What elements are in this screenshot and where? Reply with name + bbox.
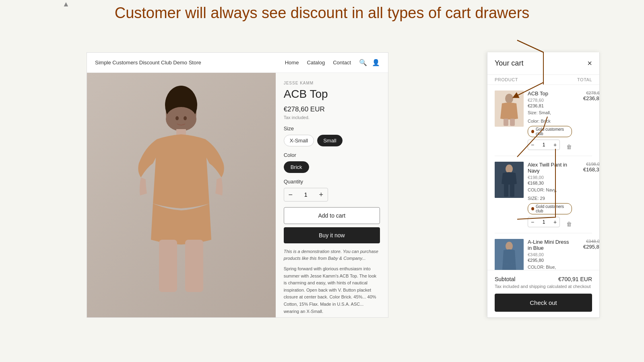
cart-item-meta2-1: Color: Brick [528, 118, 572, 125]
size-small[interactable]: Small [317, 135, 343, 146]
cart-price-original-1: €278,60 [586, 90, 599, 95]
product-title: ACB Top [284, 88, 380, 101]
item-qty-increase-1[interactable]: + [551, 140, 559, 150]
qty-value: 1 [297, 191, 315, 198]
store-name: Simple Customers Discount Club Demo Stor… [95, 60, 201, 66]
cart-drawer: Your cart × PRODUCT TOTAL ACB Top €278,6… [487, 52, 600, 318]
size-xsmall[interactable]: X-Small [284, 135, 314, 146]
cart-item-info-2: Alex Twill Pant in Navy €198,00 €168,30 … [528, 162, 572, 227]
cart-price-original-3: €348,00 [586, 239, 599, 244]
cart-footer: Subtotal €700,91 EUR Tax included and sh… [487, 270, 599, 317]
quantity-control: − 1 + [284, 188, 328, 202]
color-brick[interactable]: Brick [284, 161, 309, 173]
item-qty-control-1: − 1 + [528, 140, 560, 150]
item-qty-decrease-1[interactable]: − [528, 140, 537, 150]
item-qty-decrease-2[interactable]: − [528, 217, 537, 227]
account-icon[interactable]: 👤 [372, 59, 380, 66]
shipping-note: Tax included and shipping calculated at … [495, 284, 592, 289]
cart-header: Your cart × [487, 52, 599, 75]
cart-price-discounted-1: €236,81 [583, 95, 599, 101]
up-arrow: ▲ [62, 0, 70, 8]
product-description: Spring forward with glorious enthusiasm … [284, 265, 380, 315]
product-area: JESSE KAMM ACB Top €278,60 EUR Tax inclu… [87, 73, 388, 318]
qty-decrease[interactable]: − [284, 188, 297, 201]
cart-item-info-1: ACB Top €278,60 €236,81 Size: Small, Col… [528, 90, 572, 150]
svg-point-6 [175, 116, 179, 120]
qty-increase[interactable]: + [315, 188, 328, 201]
subtotal-row: Subtotal €700,91 EUR [495, 276, 592, 282]
cart-item-meta1-3: COLOR: Blue, [528, 264, 572, 270]
badge-dot-1 [531, 130, 534, 133]
cart-item: Alex Twill Pant in Navy €198,00 €168,30 … [495, 156, 592, 233]
svg-point-17 [506, 242, 513, 251]
cart-price-discounted-2: €168,30 [583, 167, 599, 173]
cart-item: ACB Top €278,60 €236,81 Size: Small, Col… [495, 85, 592, 156]
annotation-title: Customer will always see discount in all… [8, 4, 636, 23]
cart-item-original-1: €278,60 [528, 98, 572, 103]
cart-item-meta1-2: COLOR: Navy, [528, 187, 572, 193]
buy-now-button[interactable]: Buy it now [284, 227, 380, 243]
cart-close-button[interactable]: × [587, 59, 592, 68]
cart-item-meta1-1: Size: Small, [528, 109, 572, 116]
customers-club-badge-2: Gold customers club [528, 203, 572, 214]
cart-price-discounted-3: €295,80 [583, 244, 599, 250]
svg-rect-11 [510, 119, 515, 126]
store-screenshot: Simple Customers Discount Club Demo Stor… [87, 52, 388, 318]
checkout-button[interactable]: Check out [495, 294, 592, 312]
cart-item: A-Line Mini Dress in Blue €348,00 €295,8… [495, 233, 592, 270]
add-to-cart-button[interactable]: Add to cart [284, 207, 380, 224]
search-icon[interactable]: 🔍 [359, 59, 367, 66]
cart-item-image-1 [495, 90, 524, 127]
cart-item-prices-1: €278,60 €236,81 [576, 90, 599, 150]
tax-note: Tax included. [284, 115, 380, 120]
product-details: JESSE KAMM ACB Top €278,60 EUR Tax inclu… [276, 73, 388, 318]
cart-item-meta2-2: SIZE: 29 [528, 195, 572, 202]
cart-item-image-2 [495, 162, 524, 198]
badge-text-1: Gold customers club [536, 127, 568, 136]
product-image [87, 73, 276, 318]
store-nav: Simple Customers Discount Club Demo Stor… [87, 53, 388, 73]
cart-item-sale-3: €295,80 [528, 258, 572, 263]
cart-title: Your cart [495, 59, 523, 68]
svg-rect-5 [185, 240, 203, 292]
item-qty-control-2: − 1 + [528, 217, 560, 227]
item-delete-1[interactable]: 🗑 [566, 144, 572, 150]
nav-links: Home Catalog Contact [285, 60, 351, 66]
subtotal-amount: €700,91 EUR [558, 276, 592, 282]
badge-text-2: Gold customers club [536, 204, 568, 213]
cart-item-name-2: Alex Twill Pant in Navy [528, 162, 572, 174]
svg-point-2 [166, 107, 196, 131]
item-delete-2[interactable]: 🗑 [566, 221, 572, 227]
demo-note: This is a demonstration store. You can p… [284, 248, 380, 261]
col-product-label: PRODUCT [495, 77, 518, 82]
svg-rect-4 [159, 240, 177, 292]
badge-dot-2 [531, 207, 534, 210]
product-price: €278,60 EUR [284, 105, 380, 113]
nav-contact[interactable]: Contact [333, 60, 351, 66]
annotation-area: ▲ Customer will always see discount in a… [0, 0, 644, 25]
cart-item-name-1: ACB Top [528, 90, 572, 97]
item-qty-increase-2[interactable]: + [551, 217, 559, 227]
quantity-label: Quantity [284, 179, 380, 185]
cart-item-sale-1: €236,81 [528, 103, 572, 108]
svg-rect-10 [504, 119, 508, 126]
svg-rect-15 [510, 184, 514, 197]
svg-point-7 [184, 116, 187, 120]
color-options: Brick [284, 161, 380, 173]
cart-item-name-3: A-Line Mini Dress in Blue [528, 239, 572, 251]
cart-column-headers: PRODUCT TOTAL [487, 75, 599, 85]
nav-icons: 🔍 👤 [359, 59, 380, 66]
nav-home[interactable]: Home [285, 60, 299, 66]
item-qty-val-1: 1 [537, 142, 551, 148]
cart-price-original-2: €198,00 [586, 162, 599, 167]
svg-point-13 [506, 165, 513, 173]
nav-catalog[interactable]: Catalog [307, 60, 325, 66]
cart-item-image-3 [495, 239, 524, 270]
svg-line-18 [517, 40, 543, 52]
cart-item-sale-2: €168,30 [528, 181, 572, 185]
cart-item-info-3: A-Line Mini Dress in Blue €348,00 €295,8… [528, 239, 572, 270]
svg-point-9 [505, 94, 513, 103]
color-label: Color [284, 152, 380, 158]
brand-name: JESSE KAMM [284, 81, 380, 85]
cart-item-original-2: €198,00 [528, 175, 572, 180]
